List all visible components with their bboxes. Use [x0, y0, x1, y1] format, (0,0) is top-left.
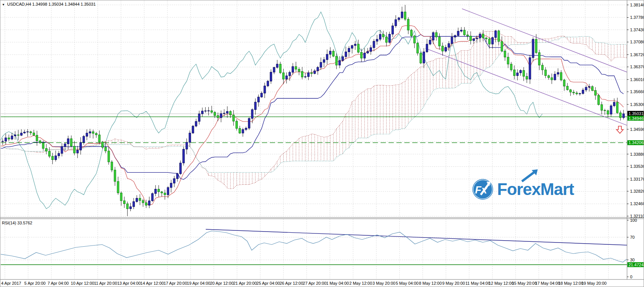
rsi-value-badge-text: 21.4724 [629, 262, 644, 267]
price-tick-label: 1.33170 [630, 177, 644, 181]
time-tick-label: 2 May 12:00 [349, 281, 372, 285]
time-tick-label: 7 Apr 04:00 [47, 281, 69, 285]
sell-signal-arrow-icon [616, 126, 623, 134]
time-tick-label: 18 May 12:00 [558, 281, 583, 285]
mt4-chart-window: 1.381401.377801.374301.370801.367201.363… [0, 0, 644, 287]
symbol-dropdown-icon[interactable]: ▼ [2, 3, 5, 6]
hline-badge-text: 1.34946 [629, 116, 644, 121]
hline-badge-text: 1.34206 [629, 140, 644, 145]
price-tick-label: 1.32460 [630, 201, 644, 206]
main-chart-plot[interactable] [0, 1, 633, 217]
time-tick-label: 25 Apr 04:00 [257, 281, 280, 285]
time-tick-label: 19 Apr 04:00 [187, 281, 210, 285]
time-tick-label: 9 May 20:00 [442, 281, 465, 285]
time-tick-label: 11 Apr 20:00 [94, 281, 117, 285]
time-tick-label: 1 May 04:00 [326, 281, 349, 285]
time-axis[interactable]: 4 Apr 20175 Apr 20:007 Apr 04:0010 Apr 1… [1, 281, 607, 285]
time-tick-label: 21 Apr 20:00 [233, 281, 257, 285]
price-tick-label: 1.33880 [630, 152, 644, 157]
price-tick-label: 1.38140 [630, 3, 644, 7]
time-tick-label: 5 Apr 20:00 [24, 281, 46, 285]
price-tick-label: 1.35660 [630, 89, 644, 94]
time-tick-label: 3 May 20:00 [373, 281, 396, 285]
time-tick-label: 10 Apr 12:00 [71, 281, 94, 285]
rsi-line [0, 231, 627, 262]
current-price-badge-text: 1.35031 [629, 111, 644, 116]
time-tick-label: 17 May 04:00 [535, 281, 560, 285]
price-tick-label: 1.36720 [630, 52, 644, 57]
time-tick-label: 20 Apr 12:00 [210, 281, 233, 285]
time-tick-label: 12 May 12:00 [489, 281, 514, 285]
time-tick-label: 27 Apr 20:00 [303, 281, 326, 285]
price-tick-label: 1.32820 [630, 189, 644, 193]
time-tick-label: 15 May 20:00 [512, 281, 537, 285]
rsi-tick-label: 70 [630, 235, 635, 239]
price-tick-label: 1.37430 [630, 28, 644, 32]
trendline-2[interactable] [425, 48, 629, 126]
tenkan-sen-line [0, 26, 624, 205]
candlesticks [2, 5, 625, 216]
trendline-1[interactable] [462, 9, 629, 73]
price-tick-label: 1.34590 [630, 127, 644, 132]
price-tick-label: 1.33530 [630, 164, 644, 169]
price-tick-label: 1.37780 [630, 15, 644, 20]
time-tick-label: 19 May 20:00 [581, 281, 607, 285]
chart-canvas[interactable]: 1.381401.377801.374301.370801.367201.363… [0, 0, 644, 287]
time-tick-label: 4 Apr 2017 [1, 281, 21, 285]
time-tick-label: 17 Apr 20:00 [164, 281, 187, 285]
time-tick-label: 14 Apr 12:00 [141, 281, 164, 285]
time-tick-label: 8 May 12:00 [419, 281, 442, 285]
price-tick-label: 1.36010 [630, 77, 644, 82]
rsi-plot[interactable] [0, 219, 627, 279]
chart-title: USDCAD,H4 1.34998 1.35034 1.34844 1.3503… [7, 2, 96, 6]
time-tick-label: 26 Apr 12:00 [280, 281, 303, 285]
rsi-indicator-label: RSI(14) 33.5762 [2, 221, 32, 225]
rsi-tick-label: 100 [630, 218, 637, 223]
time-tick-label: 13 Apr 04:00 [117, 281, 141, 285]
price-tick-label: 1.36370 [630, 64, 644, 69]
time-tick-label: 11 May 04:00 [465, 281, 490, 285]
time-tick-label: 5 May 04:00 [396, 281, 419, 285]
price-tick-label: 1.37080 [630, 40, 644, 44]
price-tick-label: 1.35300 [630, 102, 644, 107]
rsi-tick-label: 0 [630, 275, 632, 279]
rsi-tick-label: 30 [630, 258, 635, 262]
